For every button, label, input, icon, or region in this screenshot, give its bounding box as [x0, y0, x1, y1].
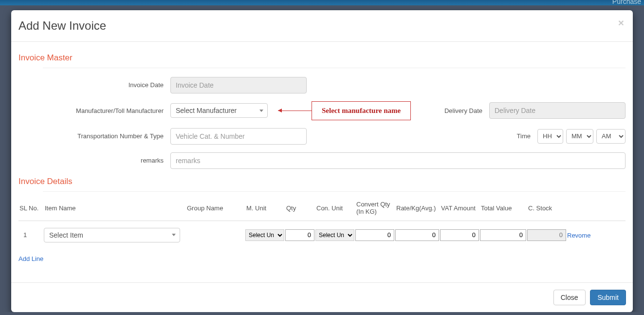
th-rate: Rate/Kg(Avg.)	[395, 204, 439, 212]
table-header-row: SL No. Item Name Group Name M. Unit Qty …	[18, 201, 626, 221]
details-table: SL No. Item Name Group Name M. Unit Qty …	[18, 201, 626, 244]
chevron-down-icon	[172, 234, 176, 236]
item-select[interactable]: Select Item	[44, 228, 180, 242]
arrow-line	[278, 111, 312, 111]
label-transport: Transportation Number & Type	[18, 132, 170, 140]
close-button[interactable]: Close	[553, 290, 586, 305]
th-total: Total Value	[480, 204, 526, 212]
row-manufacturer: Manufacturer/Toll Manufacturer Select Ma…	[18, 101, 626, 120]
th-qty: Qty	[285, 204, 314, 212]
arrow-left-icon	[278, 109, 282, 112]
th-group: Group Name	[186, 204, 244, 212]
time-hh-select[interactable]: HH	[537, 129, 563, 144]
label-delivery-date: Delivery Date	[431, 107, 489, 114]
remove-link[interactable]: Revome	[567, 232, 590, 239]
time-mm-select[interactable]: MM	[566, 129, 593, 144]
th-conunit: Con. Unit	[315, 204, 354, 212]
label-manufacturer: Manufacturer/Toll Manufacturer	[18, 107, 170, 114]
cstock-input	[527, 229, 566, 241]
submit-button[interactable]: Submit	[590, 290, 626, 305]
th-item: Item Name	[44, 204, 185, 212]
manufacturer-select[interactable]: Select Manufacturer	[170, 103, 268, 118]
table-row: 1 Select Item Select Un Select Un Revome	[18, 221, 626, 244]
nav-link-purchase[interactable]: Purchase	[609, 0, 644, 5]
divider	[43, 68, 626, 68]
total-input[interactable]	[480, 229, 526, 241]
annotation-callout: Select manufacture name	[312, 101, 411, 120]
time-ampm-select[interactable]: AM	[596, 129, 626, 144]
cell-sl: 1	[18, 231, 43, 239]
top-nav-bar: Purchase	[0, 0, 644, 5]
th-convertqty: Convert Qty (In KG)	[355, 201, 394, 216]
row-invoice-date: Invoice Date	[18, 77, 626, 93]
modal-footer: Close Submit	[11, 282, 633, 312]
vehicle-input[interactable]	[170, 128, 307, 145]
add-invoice-modal: Add New Invoice × Invoice Master Invoice…	[11, 10, 633, 312]
th-cstock: C. Stock	[527, 204, 566, 212]
row-remarks: remarks	[18, 152, 626, 169]
section-title-master: Invoice Master	[18, 53, 626, 63]
qty-input[interactable]	[285, 229, 314, 241]
add-line-link[interactable]: Add Line	[18, 255, 43, 262]
conunit-select[interactable]: Select Un	[315, 229, 354, 241]
modal-title: Add New Invoice	[18, 18, 626, 34]
th-vat: VAT Amount	[440, 204, 479, 212]
delivery-date-input[interactable]	[489, 102, 626, 119]
item-select-value: Select Item	[49, 231, 83, 239]
divider	[43, 191, 626, 192]
rate-input[interactable]	[395, 229, 439, 241]
callout-text: Select manufacture name	[322, 107, 401, 114]
chevron-down-icon	[259, 110, 263, 112]
section-title-details: Invoice Details	[18, 177, 626, 186]
modal-header: Add New Invoice ×	[11, 10, 633, 42]
th-sl: SL No.	[18, 204, 43, 212]
manufacturer-select-value: Select Manufacturer	[176, 107, 237, 114]
label-time: Time	[479, 132, 537, 140]
close-icon[interactable]: ×	[618, 17, 624, 29]
munit-select[interactable]: Select Un	[245, 229, 284, 241]
vat-input[interactable]	[440, 229, 479, 241]
label-invoice-date: Invoice Date	[18, 81, 170, 89]
th-munit: M. Unit	[245, 204, 284, 212]
row-transport: Transportation Number & Type Time HH MM …	[18, 128, 626, 145]
modal-body: Invoice Master Invoice Date Manufacturer…	[11, 42, 633, 282]
remarks-input[interactable]	[170, 152, 626, 169]
invoice-date-input[interactable]	[170, 77, 307, 93]
label-remarks: remarks	[18, 157, 170, 164]
convertqty-input[interactable]	[355, 229, 394, 241]
